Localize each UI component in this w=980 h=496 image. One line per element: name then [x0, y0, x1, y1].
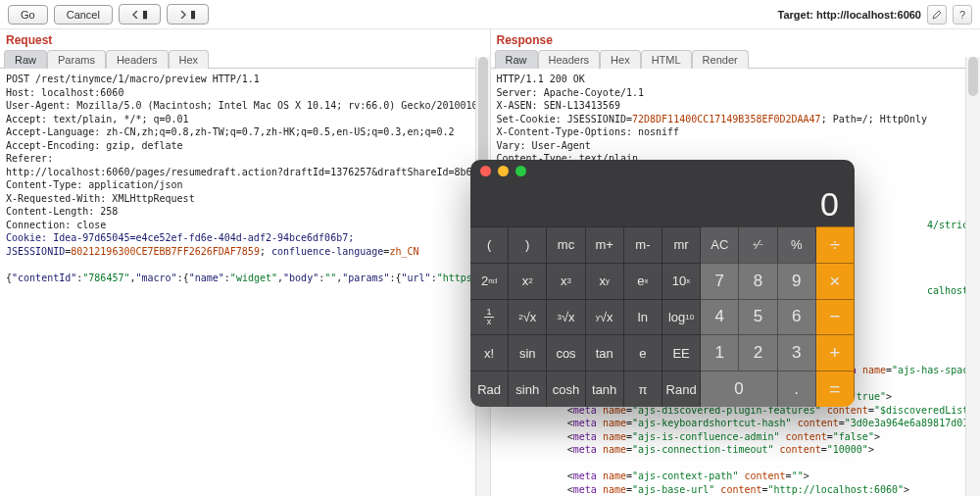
calc-key-[interactable]: + [816, 334, 855, 371]
response-title: Response [491, 29, 981, 49]
calc-key-3[interactable]: 3 [778, 334, 816, 371]
response-tab-hex[interactable]: Hex [600, 50, 641, 69]
calc-key-x[interactable]: 2√x [509, 299, 547, 335]
calc-key-x[interactable]: x3 [547, 263, 585, 299]
request-tab-raw[interactable]: Raw [4, 50, 47, 69]
response-tabs: Raw Headers Hex HTML Render [491, 49, 981, 69]
calc-key-mr[interactable]: mr [662, 226, 701, 263]
calc-key-10[interactable]: 10x [662, 263, 701, 299]
next-button[interactable]: ▮ [167, 4, 209, 25]
calc-key-2[interactable]: 2 [739, 334, 777, 371]
calc-key-[interactable]: − [816, 299, 855, 335]
calculator-keypad: ()mcm+m-mrAC+∕−%÷2ndx2x3xyex10x789×1x2√x… [470, 226, 855, 407]
calc-key-cosh[interactable]: cosh [547, 371, 585, 407]
traffic-light-maximize[interactable] [515, 166, 526, 176]
calc-key-2[interactable]: 2nd [470, 263, 509, 299]
calc-key-9[interactable]: 9 [778, 263, 816, 299]
response-tab-render[interactable]: Render [692, 50, 749, 69]
calc-key-log[interactable]: log10 [662, 299, 701, 335]
calc-key-[interactable]: % [778, 226, 816, 263]
calc-key-8[interactable]: 8 [739, 263, 777, 299]
calc-key-sinh[interactable]: sinh [509, 371, 547, 407]
request-tab-hex[interactable]: Hex [169, 50, 210, 69]
calc-key-0[interactable]: 0 [701, 371, 777, 407]
calc-key-mc[interactable]: mc [547, 226, 585, 263]
calc-key-rand[interactable]: Rand [662, 371, 701, 407]
calculator-window[interactable]: 0 ()mcm+m-mrAC+∕−%÷2ndx2x3xyex10x789×1x2… [470, 160, 855, 407]
calc-key-ee[interactable]: EE [662, 334, 701, 371]
chevron-right-icon [179, 11, 187, 19]
calc-key-x[interactable]: x! [470, 334, 509, 371]
request-tab-params[interactable]: Params [47, 50, 106, 69]
response-tab-html[interactable]: HTML [641, 50, 692, 69]
calculator-titlebar[interactable] [470, 160, 855, 181]
calc-key-5[interactable]: 5 [739, 299, 777, 335]
calc-key-m[interactable]: m+ [586, 226, 624, 263]
help-icon[interactable]: ? [953, 5, 972, 25]
calc-key-[interactable]: 1x [470, 299, 509, 335]
target-label: Target: http://localhost:6060 [778, 9, 922, 21]
calc-key-e[interactable]: ex [624, 263, 662, 299]
request-tab-headers[interactable]: Headers [106, 50, 169, 69]
calc-key-sin[interactable]: sin [509, 334, 547, 371]
calc-key-6[interactable]: 6 [778, 299, 816, 335]
traffic-light-close[interactable] [480, 166, 491, 176]
next-stop-icon: ▮ [190, 8, 196, 21]
calc-key-[interactable]: . [778, 371, 816, 407]
calculator-display: 0 [470, 181, 855, 226]
calc-key-x[interactable]: 3√x [547, 299, 585, 335]
cancel-button[interactable]: Cancel [54, 5, 113, 25]
response-scrollbar[interactable] [965, 57, 980, 496]
top-toolbar: Go Cancel ▮ ▮ Target: http://localhost:6… [0, 0, 980, 29]
go-button[interactable]: Go [8, 5, 48, 25]
calc-key-x[interactable]: xy [586, 263, 624, 299]
prev-button[interactable]: ▮ [119, 4, 161, 25]
calc-key-[interactable]: ) [509, 226, 547, 263]
calc-key-cos[interactable]: cos [547, 334, 585, 371]
response-tab-raw[interactable]: Raw [495, 50, 538, 69]
calc-key-x[interactable]: y√x [586, 299, 624, 335]
request-pane: Request Raw Params Headers Hex POST /res… [0, 29, 491, 496]
calc-key-ac[interactable]: AC [701, 226, 739, 263]
edit-target-icon[interactable] [927, 5, 947, 25]
calc-key-m[interactable]: m- [624, 226, 662, 263]
request-raw-view[interactable]: POST /rest/tinymce/1/macro/preview HTTP/… [0, 69, 490, 496]
calc-key-rad[interactable]: Rad [470, 371, 509, 407]
calc-key-[interactable]: +∕− [739, 226, 777, 263]
calc-key-4[interactable]: 4 [701, 299, 739, 335]
traffic-light-minimize[interactable] [498, 166, 509, 176]
calc-key-[interactable]: × [816, 263, 855, 299]
calc-key-[interactable]: ( [470, 226, 509, 263]
request-title: Request [0, 29, 490, 49]
calc-key-[interactable]: = [816, 371, 855, 407]
calc-key-[interactable]: π [624, 371, 662, 407]
calc-key-7[interactable]: 7 [701, 263, 739, 299]
calc-key-tanh[interactable]: tanh [586, 371, 624, 407]
calc-key-ln[interactable]: ln [624, 299, 662, 335]
prev-stop-icon: ▮ [142, 8, 148, 21]
calc-key-tan[interactable]: tan [586, 334, 624, 371]
request-tabs: Raw Params Headers Hex [0, 49, 490, 69]
calc-key-[interactable]: ÷ [816, 226, 855, 263]
calc-key-x[interactable]: x2 [509, 263, 547, 299]
calc-key-1[interactable]: 1 [701, 334, 739, 371]
response-tab-headers[interactable]: Headers [538, 50, 601, 69]
chevron-left-icon [131, 11, 139, 19]
calc-key-e[interactable]: e [624, 334, 662, 371]
